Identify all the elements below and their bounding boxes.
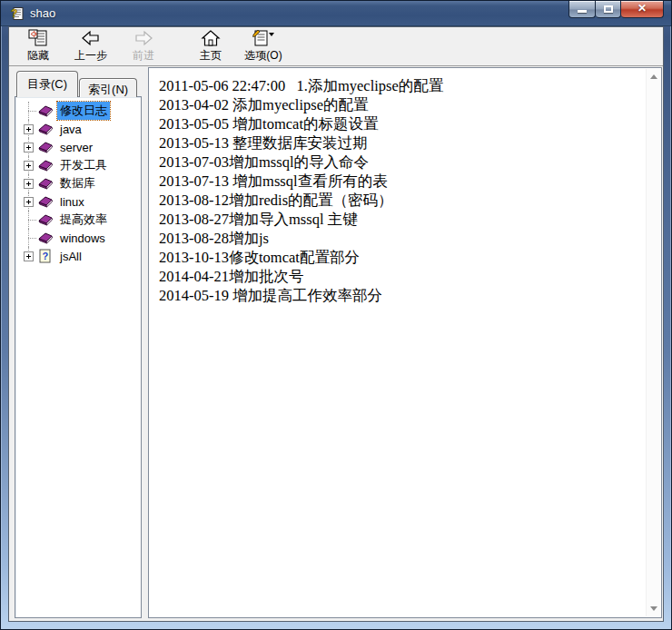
titlebar[interactable]: ? shao ✕ <box>1 1 671 26</box>
content-pane: 2011-05-06 22:47:00 1.添加myeclipse的配置 201… <box>148 67 662 618</box>
tree-item-label: java <box>57 122 84 137</box>
expand-plus-icon[interactable] <box>24 251 34 261</box>
changelog-line: 2013-04-02 添加myeclipse的配置 <box>159 95 641 114</box>
expand-plus-icon[interactable] <box>24 197 34 207</box>
back-button-label: 上一步 <box>74 48 107 64</box>
svg-text:?: ? <box>11 7 17 20</box>
expand-plus-icon[interactable] <box>24 161 34 171</box>
tree-item-label: server <box>57 140 95 155</box>
close-button[interactable]: ✕ <box>621 1 664 18</box>
tree-item-server[interactable]: server <box>15 138 141 156</box>
tree-item-jsall[interactable]: ? jsAll <box>15 247 141 265</box>
client-area: 隐藏 上一步 前进 主页 <box>8 26 664 622</box>
tree-item-label: 修改日志 <box>57 102 110 120</box>
pane-splitter[interactable] <box>142 66 148 621</box>
changelog-line: 2013-05-13 整理数据库安装过期 <box>159 133 641 153</box>
changelog-line: 2013-08-12增加redis的配置（密码） <box>159 191 641 210</box>
help-page-icon: ? <box>37 249 54 263</box>
changelog-line: 2014-04-21增加批次号 <box>159 267 641 286</box>
tree-item-changelog[interactable]: 修改日志 <box>15 102 141 120</box>
book-icon <box>37 122 54 136</box>
vertical-scrollbar[interactable] <box>646 69 660 616</box>
tree-item-efficiency[interactable]: 提高效率 <box>15 211 141 229</box>
expand-plus-icon[interactable] <box>24 179 34 189</box>
maximize-icon <box>604 5 613 13</box>
navigation-pane: 目录(C) 索引(N) 修改日志 <box>9 66 142 621</box>
changelog-line: 2013-05-05 增加tomcat的标题设置 <box>159 114 641 133</box>
book-icon <box>37 140 54 154</box>
chm-help-file-icon: ? <box>10 6 25 21</box>
nav-tabs: 目录(C) 索引(N) <box>15 74 142 96</box>
tree-connector <box>21 156 37 174</box>
minimize-icon <box>578 10 587 13</box>
changelog-line: 2013-08-28增加js <box>159 229 641 248</box>
changelog-line: 2013-07-13 增加mssql查看所有的表 <box>159 172 641 191</box>
tree-connector <box>21 102 37 120</box>
forward-button: 前进 <box>124 28 163 64</box>
home-button[interactable]: 主页 <box>191 28 231 64</box>
options-icon <box>252 29 275 47</box>
tab-index[interactable]: 索引(N) <box>79 78 137 97</box>
changelog-line: 2013-08-27增加导入mssql 主键 <box>159 210 641 229</box>
tab-contents[interactable]: 目录(C) <box>16 71 78 97</box>
changelog-line: 2013-07-03增加mssql的导入命令 <box>159 153 641 172</box>
tree-item-label: 开发工具 <box>57 156 110 174</box>
main-area: 目录(C) 索引(N) 修改日志 <box>9 66 663 621</box>
changelog-line: 2011-05-06 22:47:00 1.添加myeclipse的配置 <box>159 76 641 95</box>
tree-connector <box>21 192 37 211</box>
topic-body: 2011-05-06 22:47:00 1.添加myeclipse的配置 201… <box>150 69 645 616</box>
hide-button-label: 隐藏 <box>27 48 49 64</box>
book-icon <box>37 212 54 227</box>
changelog-line: 2013-10-13修改tomcat配置部分 <box>159 248 641 267</box>
tree-item-java[interactable]: java <box>15 120 141 138</box>
tree-connector <box>21 174 37 192</box>
tree-item-label: windows <box>57 231 108 246</box>
tree-connector <box>21 138 37 156</box>
help-viewer-window: ? shao ✕ 隐藏 <box>0 0 672 630</box>
svg-text:?: ? <box>43 251 49 261</box>
book-icon <box>37 231 54 245</box>
tree-item-label: 提高效率 <box>57 211 110 229</box>
tree-item-label: 数据库 <box>57 174 98 192</box>
tree-item-windows[interactable]: windows <box>15 229 141 247</box>
book-icon <box>37 194 54 209</box>
forward-button-label: 前进 <box>133 48 154 64</box>
book-icon <box>37 176 54 191</box>
toolbar: 隐藏 上一步 前进 主页 <box>9 27 663 66</box>
tree-connector <box>21 247 37 265</box>
back-arrow-icon <box>80 29 102 47</box>
tree-item-database[interactable]: 数据库 <box>15 174 141 192</box>
forward-arrow-icon <box>133 29 154 47</box>
options-button[interactable]: 选项(O) <box>243 28 283 64</box>
tree-item-label: jsAll <box>57 249 84 264</box>
maximize-button[interactable] <box>596 1 621 18</box>
tree-connector <box>21 229 37 247</box>
tree-item-label: linux <box>57 194 87 210</box>
back-button[interactable]: 上一步 <box>71 28 111 64</box>
tree-item-devtools[interactable]: 开发工具 <box>15 156 141 174</box>
expand-plus-icon[interactable] <box>24 124 34 134</box>
close-icon: ✕ <box>621 1 663 16</box>
book-icon <box>37 103 54 118</box>
scroll-down-icon[interactable] <box>650 606 657 611</box>
expand-plus-icon[interactable] <box>24 143 34 153</box>
scroll-up-icon[interactable] <box>650 74 657 79</box>
hide-panel-icon <box>28 29 48 47</box>
contents-tree: 修改日志 java <box>15 96 142 618</box>
changelog-line: 2014-05-19 增加提高工作效率部分 <box>159 286 641 305</box>
window-title: shao <box>30 6 55 20</box>
minimize-button[interactable] <box>568 1 596 18</box>
hide-button[interactable]: 隐藏 <box>18 28 58 64</box>
tree-item-linux[interactable]: linux <box>15 192 141 211</box>
tree-connector <box>21 211 37 229</box>
home-button-label: 主页 <box>200 48 222 64</box>
tree-connector <box>21 120 37 138</box>
book-icon <box>37 158 54 172</box>
options-button-label: 选项(O) <box>244 48 282 64</box>
home-icon <box>201 29 221 47</box>
